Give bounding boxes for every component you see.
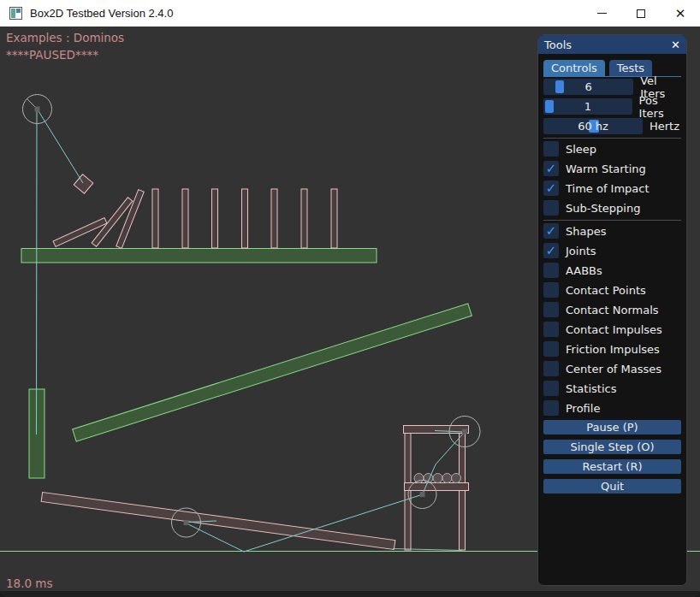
app-icon (9, 7, 22, 20)
ball-4[interactable] (442, 474, 452, 483)
sleep-checkbox[interactable] (543, 141, 559, 157)
shapes-checkbox[interactable]: ✓ (543, 223, 559, 239)
check-icon: ✓ (546, 225, 557, 238)
center-of-masses-checkbox[interactable] (543, 361, 559, 376)
button-list: Pause (P)Single Step (O)Restart (R)Quit (543, 420, 681, 494)
vel-iters-slider-value: 6 (543, 79, 633, 95)
ball-1[interactable] (414, 474, 424, 483)
quit-button[interactable]: Quit (543, 479, 681, 494)
domino-4[interactable] (152, 189, 158, 248)
checkbox-row-shapes[interactable]: ✓Shapes (543, 223, 681, 239)
friction-impulses-checkbox[interactable] (543, 341, 559, 357)
domino-5[interactable] (182, 189, 188, 248)
domino-8[interactable] (271, 189, 277, 248)
joints-checkbox-label: Joints (566, 245, 596, 257)
slider-row-vel-iters: 6Vel Iters (543, 79, 681, 95)
sub-stepping-checkbox[interactable] (543, 200, 559, 216)
center-of-masses-checkbox-label: Center of Masses (566, 363, 661, 375)
pos-iters-slider-label: Pos Iters (639, 94, 681, 120)
pause-p-button[interactable]: Pause (P) (543, 420, 681, 434)
profile-checkbox[interactable] (543, 400, 559, 416)
pos-iters-slider-value: 1 (543, 98, 632, 115)
checkbox-row-warm-starting[interactable]: ✓Warm Starting (543, 161, 681, 176)
stand-right-post[interactable] (460, 433, 466, 550)
example-label: Examples : Dominos (6, 31, 124, 44)
hertz-slider-label: Hertz (650, 120, 679, 133)
checkbox-row-contact-impulses[interactable]: Contact Impulses (543, 322, 681, 337)
maximize-button[interactable] (621, 0, 661, 27)
pendulum-bob[interactable] (74, 174, 93, 194)
window-title: Box2D Testbed Version 2.4.0 (30, 7, 173, 20)
checkbox-row-profile[interactable]: Profile (543, 400, 681, 416)
close-button[interactable]: ✕ (661, 0, 700, 27)
sleep-checkbox-label: Sleep (566, 143, 596, 156)
minimize-button[interactable] (582, 0, 621, 27)
paused-label: ****PAUSED**** (6, 48, 98, 62)
app-window: Examples : Dominos ****PAUSED**** 18.0 m… (0, 0, 700, 597)
vel-iters-slider[interactable]: 6 (543, 79, 633, 95)
checkbox-group-1: ✓Shapes✓JointsAABBsContact PointsContact… (543, 223, 681, 416)
close-icon: ✕ (675, 7, 686, 20)
contact-normals-checkbox[interactable] (543, 302, 559, 317)
checkbox-row-center-of-masses[interactable]: Center of Masses (543, 361, 681, 376)
checkbox-row-time-of-impact[interactable]: ✓Time of Impact (543, 180, 681, 196)
time-of-impact-checkbox[interactable]: ✓ (543, 180, 559, 196)
domino-6[interactable] (212, 189, 218, 248)
statistics-checkbox[interactable] (543, 381, 559, 396)
check-icon: ✓ (546, 163, 557, 175)
stand-left-post[interactable] (405, 433, 411, 550)
warm-starting-checkbox[interactable]: ✓ (543, 161, 559, 176)
tab-controls[interactable]: Controls (543, 60, 605, 76)
contact-points-checkbox[interactable] (543, 282, 559, 298)
separator (543, 220, 681, 221)
checkbox-row-contact-normals[interactable]: Contact Normals (543, 302, 681, 317)
checkbox-row-friction-impulses[interactable]: Friction Impulses (543, 341, 681, 357)
ground-joint-line (393, 549, 462, 551)
domino-10[interactable] (331, 189, 337, 248)
fallen-domino-3[interactable] (116, 190, 145, 249)
checkbox-row-joints[interactable]: ✓Joints (543, 243, 681, 258)
joint-anchor-stand-lower (420, 492, 425, 497)
contact-impulses-checkbox[interactable] (543, 322, 559, 337)
sub-stepping-checkbox-label: Sub-Stepping (566, 202, 640, 215)
stand-shelf[interactable] (405, 483, 469, 491)
check-icon: ✓ (546, 245, 557, 257)
aabbs-checkbox-label: AABBs (566, 264, 602, 277)
checkbox-row-contact-points[interactable]: Contact Points (543, 282, 681, 298)
warm-starting-checkbox-label: Warm Starting (566, 163, 646, 175)
joint-anchor-stand-top (462, 429, 467, 434)
domino-7[interactable] (242, 189, 248, 248)
slider-list: 6Vel Iters1Pos Iters60 hzHertz (543, 79, 681, 134)
window-bottom-edge (0, 591, 700, 597)
ramp (73, 304, 472, 441)
seesaw-plank[interactable] (41, 493, 395, 550)
hertz-slider[interactable]: 60 hz (543, 118, 643, 134)
titlebar: Box2D Testbed Version 2.4.0 ✕ (0, 0, 700, 27)
pendulum-joint-line-diagonal (38, 109, 84, 184)
frame-time-label: 18.0 ms (6, 576, 53, 590)
statistics-checkbox-label: Statistics (566, 382, 616, 395)
joint-anchor-pendulum (35, 107, 40, 112)
panel-close-icon[interactable]: ✕ (671, 39, 680, 50)
single-step-o-button[interactable]: Single Step (O) (543, 440, 681, 454)
ball-3[interactable] (433, 474, 442, 483)
checkbox-row-aabbs[interactable]: AABBs (543, 263, 681, 278)
checkbox-row-statistics[interactable]: Statistics (543, 381, 681, 396)
tools-panel-title: Tools (544, 38, 572, 51)
joint-anchor-seesaw (184, 520, 189, 525)
hertz-slider-value: 60 hz (543, 118, 643, 134)
restart-r-button[interactable]: Restart (R) (543, 459, 681, 474)
aabbs-checkbox[interactable] (543, 263, 559, 278)
checkbox-row-sleep[interactable]: Sleep (543, 141, 681, 157)
contact-impulses-checkbox-label: Contact Impulses (566, 323, 662, 336)
domino-9[interactable] (301, 189, 307, 248)
checkbox-group-0: Sleep✓Warm Starting✓Time of ImpactSub-St… (543, 141, 681, 216)
ball-5[interactable] (452, 474, 461, 483)
joints-checkbox[interactable]: ✓ (543, 243, 559, 258)
contact-points-checkbox-label: Contact Points (566, 284, 646, 297)
checkbox-row-sub-stepping[interactable]: Sub-Stepping (543, 200, 681, 216)
slider-row-pos-iters: 1Pos Iters (543, 98, 681, 115)
shapes-checkbox-label: Shapes (566, 225, 606, 238)
tools-panel-header[interactable]: Tools ✕ (538, 35, 686, 54)
pos-iters-slider[interactable]: 1 (543, 98, 632, 115)
